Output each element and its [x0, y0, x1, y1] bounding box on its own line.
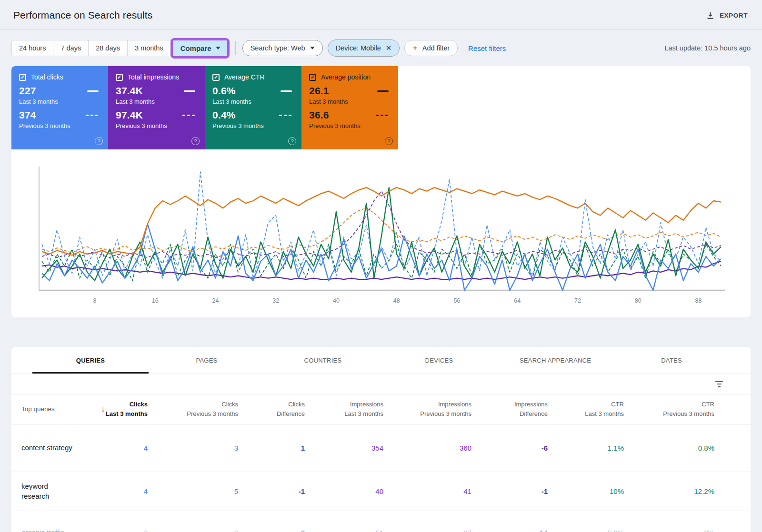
total-impressions-card[interactable]: ✓ Total impressions 37.4K Last 3 months … [108, 66, 205, 149]
checked-checkbox-icon[interactable]: ✓ [212, 74, 220, 81]
reset-filters-link[interactable]: Reset filters [468, 44, 506, 52]
column-clicks-previous[interactable]: ClicksPrevious 3 months [148, 400, 238, 419]
table-row[interactable]: content strategy 4 3 1 354 360 -6 1.1% 0… [11, 424, 751, 472]
range-24-hours-button[interactable]: 24 hours [11, 40, 53, 56]
help-icon[interactable]: ? [288, 137, 296, 145]
metric-period-last: Last 3 months [19, 98, 100, 105]
search-type-label: Search type: Web [251, 44, 305, 52]
tab-search-appearance[interactable]: SEARCH APPEARANCE [497, 347, 613, 374]
impressions-previous-value: 37 [383, 529, 471, 532]
device-filter-chip[interactable]: Device: Mobile ✕ [328, 39, 400, 57]
clicks-previous-value: 0 [148, 529, 238, 532]
add-filter-label: Add filter [422, 44, 450, 52]
page-title: Performance on Search results [13, 10, 152, 21]
chart-area: 816243240485664728088 [35, 166, 751, 308]
svg-text:32: 32 [272, 297, 279, 304]
help-icon[interactable]: ? [95, 137, 103, 145]
svg-text:72: 72 [574, 297, 581, 304]
card-label: Total impressions [128, 73, 179, 81]
clicks-last-value: 4 [105, 444, 148, 452]
date-range-group: 24 hours 7 days 28 days 3 months [11, 40, 171, 56]
impressions-difference-value: -1 [471, 487, 548, 495]
impressions-last-value: 40 [305, 487, 383, 495]
impressions-difference-value: -6 [471, 444, 548, 452]
metric-value-prev: 36.6 [309, 109, 329, 121]
clicks-previous-value: 5 [148, 487, 238, 495]
metric-value-prev: 0.4% [212, 109, 236, 121]
impressions-last-value: 51 [305, 529, 383, 532]
column-clicks-difference[interactable]: ClicksDifference [238, 400, 305, 419]
range-3-months-button[interactable]: 3 months [127, 40, 171, 56]
export-button[interactable]: EXPORT [706, 11, 748, 20]
clicks-difference-value: 1 [238, 444, 305, 452]
last-update-text: Last update: 10.5 hours ago [664, 44, 751, 52]
metric-period-prev: Previous 3 months [116, 122, 197, 129]
column-impressions-previous[interactable]: ImpressionsPrevious 3 months [383, 400, 471, 419]
filter-list-icon[interactable] [715, 381, 723, 387]
table-row[interactable]: organic traffic 3 0 3 51 37 14 5.9% 0% [11, 511, 751, 532]
svg-text:80: 80 [635, 297, 642, 304]
page-header: Performance on Search results EXPORT [0, 0, 762, 21]
close-icon[interactable]: ✕ [386, 44, 392, 52]
metric-period-last: Last 3 months [309, 98, 391, 105]
performance-chart: 816243240485664728088 [35, 166, 731, 306]
clicks-difference-value: 3 [238, 529, 305, 532]
column-impressions-difference[interactable]: ImpressionsDifference [471, 400, 548, 419]
column-ctr-last[interactable]: CTRLast 3 months [548, 400, 624, 419]
range-28-days-button[interactable]: 28 days [88, 40, 128, 56]
ctr-last-value: 10% [548, 487, 624, 495]
metric-period-prev: Previous 3 months [212, 122, 294, 129]
query-label: organic traffic [21, 528, 105, 532]
add-filter-button[interactable]: + Add filter [404, 40, 458, 56]
solid-line-legend-icon [87, 90, 99, 92]
total-clicks-card[interactable]: ✓ Total clicks 227 Last 3 months 374 Pre… [11, 66, 108, 149]
help-icon[interactable]: ? [191, 137, 200, 145]
impressions-previous-value: 360 [383, 444, 471, 452]
dimension-tabs: QUERIES PAGES COUNTRIES DEVICES SEARCH A… [11, 347, 751, 374]
solid-line-legend-icon [184, 90, 195, 92]
clicks-difference-value: -1 [238, 487, 305, 495]
filter-divider [235, 41, 236, 55]
column-impressions-last[interactable]: ImpressionsLast 3 months [305, 400, 383, 419]
ctr-previous-value: 0.8% [624, 444, 714, 452]
dashed-line-legend-icon [376, 115, 389, 116]
ctr-last-value: 1.1% [548, 444, 624, 452]
impressions-last-value: 354 [305, 444, 383, 452]
sort-desc-arrow-icon: ↓ [101, 404, 105, 415]
compare-button[interactable]: Compare [173, 40, 227, 56]
device-filter-label: Device: Mobile [336, 44, 381, 52]
dimensions-table-panel: QUERIES PAGES COUNTRIES DEVICES SEARCH A… [11, 347, 751, 532]
metric-value-last: 26.1 [309, 85, 329, 97]
svg-text:8: 8 [93, 297, 96, 304]
card-label: Average CTR [224, 73, 265, 81]
tab-devices[interactable]: DEVICES [381, 347, 497, 374]
metric-period-prev: Previous 3 months [19, 122, 100, 129]
compare-label: Compare [180, 44, 211, 52]
metric-value-last: 0.6% [212, 85, 236, 97]
export-label: EXPORT [720, 12, 748, 19]
checked-checkbox-icon[interactable]: ✓ [19, 74, 26, 81]
plus-icon: + [412, 46, 418, 50]
average-ctr-card[interactable]: ✓ Average CTR 0.6% Last 3 months 0.4% Pr… [205, 66, 301, 149]
checked-checkbox-icon[interactable]: ✓ [116, 74, 123, 81]
range-7-days-button[interactable]: 7 days [53, 40, 89, 56]
column-ctr-previous[interactable]: CTRPrevious 3 months [624, 400, 714, 419]
metric-value-prev: 97.4K [116, 109, 143, 121]
metric-cards: ✓ Total clicks 227 Last 3 months 374 Pre… [11, 66, 751, 149]
tab-queries[interactable]: QUERIES [32, 347, 149, 374]
table-toolbar [11, 374, 751, 394]
column-top-queries[interactable]: Top queries [21, 404, 105, 414]
tab-countries[interactable]: COUNTRIES [265, 347, 381, 374]
metric-value-last: 37.4K [116, 85, 143, 97]
metric-period-last: Last 3 months [116, 98, 197, 105]
tab-pages[interactable]: PAGES [149, 347, 265, 374]
tab-dates[interactable]: DATES [613, 347, 730, 374]
table-row[interactable]: keyword research 4 5 -1 40 41 -1 10% 12.… [11, 472, 751, 511]
dashed-line-legend-icon [182, 115, 195, 116]
search-type-filter[interactable]: Search type: Web [242, 40, 323, 56]
column-clicks-last[interactable]: ↓ ClicksLast 3 months [105, 400, 148, 419]
impressions-previous-value: 41 [383, 487, 471, 495]
help-icon[interactable]: ? [385, 137, 393, 145]
checked-checkbox-icon[interactable]: ✓ [309, 74, 316, 81]
average-position-card[interactable]: ✓ Average position 26.1 Last 3 months 36… [301, 66, 398, 149]
